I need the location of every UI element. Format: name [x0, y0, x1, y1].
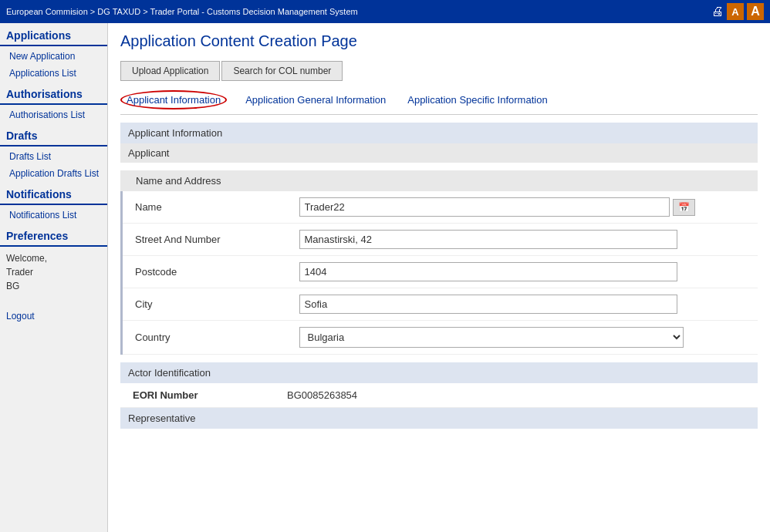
font-normal-button[interactable]: A [727, 3, 744, 20]
name-input[interactable] [299, 197, 670, 217]
sidebar-item-new-application[interactable]: New Application [0, 48, 107, 65]
page-title: Application Content Creation Page [120, 32, 758, 50]
sidebar-item-applications-list[interactable]: Applications List [0, 65, 107, 82]
tabs-row: Applicant Information Application Genera… [120, 90, 758, 115]
applicant-subsection: Applicant [120, 143, 758, 163]
sidebar-section-preferences: Preferences [0, 224, 107, 247]
tab-applicant-information[interactable]: Applicant Information [120, 90, 227, 109]
country-input-cell: Bulgaria Germany France Italy Spain [292, 321, 758, 355]
eori-row: EORI Number BG0085263854 [120, 383, 758, 408]
form-row-postcode: Postcode [122, 256, 758, 288]
name-input-wrapper: 📅 [299, 197, 751, 217]
street-input-cell [292, 224, 758, 256]
sidebar-item-notifications-list[interactable]: Notifications List [0, 207, 107, 224]
sidebar-item-drafts-list[interactable]: Drafts List [0, 148, 107, 165]
form-row-city: City [122, 288, 758, 321]
city-label: City [122, 288, 292, 321]
name-input-cell: 📅 [292, 191, 758, 224]
print-icon[interactable]: 🖨 [711, 5, 724, 19]
form-table: Name 📅 Street And Number Postcode [120, 191, 758, 355]
sidebar-section-drafts: Drafts [0, 123, 107, 146]
sidebar-section-applications: Applications [0, 23, 107, 46]
upload-application-button[interactable]: Upload Application [120, 61, 220, 81]
representative-header: Representative [120, 408, 758, 429]
name-and-address-header: Name and Address [120, 170, 758, 191]
street-input[interactable] [299, 230, 677, 249]
sidebar-logout-link[interactable]: Logout [0, 308, 107, 325]
search-col-button[interactable]: Search for COL number [221, 61, 343, 81]
sidebar-section-authorisations: Authorisations [0, 82, 107, 105]
breadcrumb: European Commision > DG TAXUD > Trader P… [6, 7, 358, 16]
postcode-label: Postcode [122, 256, 292, 288]
action-buttons: Upload Application Search for COL number [120, 61, 758, 81]
name-label: Name [122, 191, 292, 224]
city-input[interactable] [299, 295, 677, 314]
main-content: Application Content Creation Page Upload… [108, 23, 770, 532]
form-row-street: Street And Number [122, 224, 758, 256]
form-row-name: Name 📅 [122, 191, 758, 224]
topbar: European Commision > DG TAXUD > Trader P… [0, 0, 770, 23]
postcode-input-cell [292, 256, 758, 288]
postcode-input[interactable] [299, 262, 677, 281]
topbar-icons: 🖨 A A [711, 3, 764, 20]
eori-label: EORI Number [133, 389, 272, 401]
city-input-cell [292, 288, 758, 321]
sidebar-welcome: Welcome, Trader BG [0, 248, 107, 296]
form-row-country: Country Bulgaria Germany France Italy Sp… [122, 321, 758, 355]
name-field-icon-button[interactable]: 📅 [673, 199, 695, 216]
sidebar-item-application-drafts-list[interactable]: Application Drafts List [0, 165, 107, 182]
sidebar-section-notifications: Notifications [0, 182, 107, 205]
applicant-info-header: Applicant Information [120, 123, 758, 143]
sidebar: Applications New Application Application… [0, 23, 108, 532]
country-label: Country [122, 321, 292, 355]
font-large-button[interactable]: A [747, 3, 764, 20]
tab-application-general-information[interactable]: Application General Information [242, 93, 389, 107]
country-select[interactable]: Bulgaria Germany France Italy Spain [299, 327, 684, 348]
eori-value: BG0085263854 [287, 389, 357, 401]
actor-id-header: Actor Identification [120, 362, 758, 383]
sidebar-item-authorisations-list[interactable]: Authorisations List [0, 106, 107, 123]
street-label: Street And Number [122, 224, 292, 256]
tab-application-specific-information[interactable]: Application Specific Information [404, 93, 550, 107]
